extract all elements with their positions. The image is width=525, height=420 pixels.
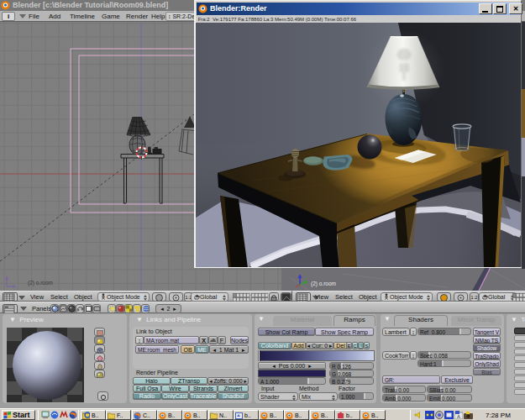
svg-text:(2) o.room: (2) o.room	[28, 280, 53, 286]
svg-text:A: A	[457, 414, 460, 419]
svg-text:(2) o.room: (2) o.room	[311, 281, 336, 287]
